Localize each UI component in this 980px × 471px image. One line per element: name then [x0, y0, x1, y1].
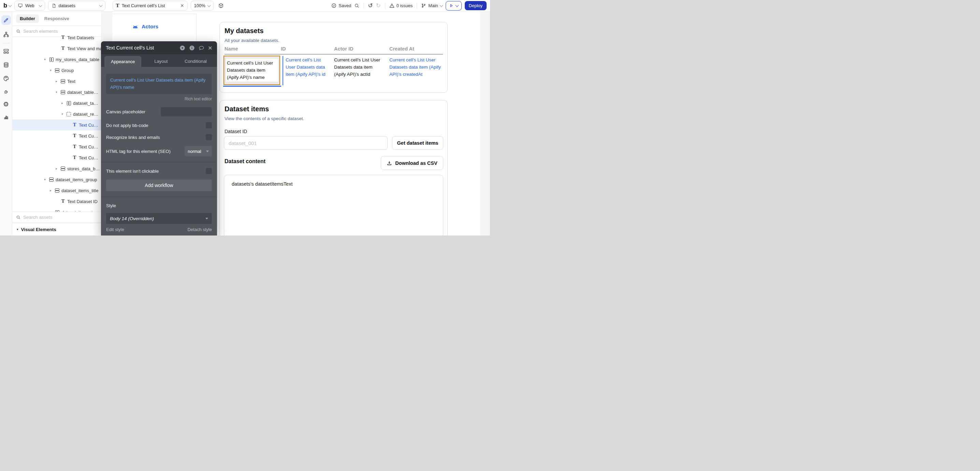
design-pencil-icon[interactable]: [2, 15, 11, 25]
component-cube-icon[interactable]: [218, 3, 224, 8]
issues-indicator[interactable]: 0 issues: [389, 3, 413, 8]
add-workflow-button[interactable]: Add workflow: [106, 180, 212, 191]
page-icon: [51, 3, 56, 8]
tree-item-dataset-re-[interactable]: dataset_re…: [12, 108, 101, 119]
tree-item-text-cu-[interactable]: Text Cu…: [12, 119, 101, 130]
undo-icon[interactable]: ↺: [368, 3, 372, 8]
element-tab[interactable]: T Text Current cell's List ✕: [113, 1, 188, 11]
search-assets-input[interactable]: Search assets: [12, 212, 101, 223]
tree-item-dataset-items-in-[interactable]: dataset_items_in…: [12, 207, 101, 212]
database-icon[interactable]: [3, 62, 9, 68]
dataset-id-placeholder: dataset_001: [229, 140, 257, 146]
table-cell-link[interactable]: Current cell's List User Datasets data i…: [389, 56, 444, 78]
tree-item-label: my_stores_data_table: [56, 57, 99, 62]
divider: [2, 43, 10, 43]
settings-gear-icon[interactable]: ⚙: [3, 101, 9, 108]
tree-item-dataset-ta-[interactable]: dataset_ta…: [12, 98, 101, 108]
tree-item-dataset-items-title[interactable]: dataset_items_title: [12, 185, 101, 196]
caret-expanded-icon[interactable]: [54, 91, 59, 94]
text-element-icon: [72, 123, 77, 128]
visual-elements-section[interactable]: ▾ Visual Elements: [12, 223, 101, 236]
caret-expanded-icon[interactable]: [43, 58, 47, 61]
style-dropdown[interactable]: Body 14 (Overridden): [106, 213, 212, 224]
app-logo-menu[interactable]: b: [3, 2, 11, 9]
group-element-icon: [49, 177, 54, 182]
caret-down-icon: ▾: [17, 228, 18, 231]
tab-builder[interactable]: Builder: [16, 14, 39, 23]
tree-item-label: Text Cu…: [79, 144, 98, 150]
edit-style-link[interactable]: Edit style: [106, 227, 124, 232]
zoom-select[interactable]: 100%: [191, 1, 213, 11]
page-select[interactable]: datasets: [48, 1, 105, 11]
tree-item-text-cu-[interactable]: Text Cu…: [12, 152, 101, 163]
content-expression-editor[interactable]: Current cell's List User Datasets data i…: [106, 74, 212, 94]
platform-select[interactable]: Web: [14, 1, 45, 11]
column-header-created-at: Created At: [389, 46, 414, 51]
tab-responsive[interactable]: Responsive: [45, 16, 69, 21]
preview-button[interactable]: [445, 1, 462, 11]
branch-label: Main: [428, 3, 438, 8]
caret-collapsed-icon[interactable]: [54, 80, 59, 83]
styles-palette-icon[interactable]: [3, 75, 9, 81]
rich-text-editor-link[interactable]: Rich text editor: [106, 97, 212, 101]
tree-item-text-view-and-mana-[interactable]: Text View and mana…: [12, 43, 101, 54]
caret-expanded-icon[interactable]: [43, 178, 47, 181]
plugins-plug-icon[interactable]: [3, 89, 9, 95]
html-tag-label: HTML tag for this element (SEO): [106, 149, 170, 154]
nav-item-label: Actors: [142, 24, 158, 30]
comment-icon[interactable]: [198, 45, 204, 51]
html-tag-dropdown[interactable]: normal: [185, 146, 212, 156]
dataset-id-input[interactable]: dataset_001: [224, 136, 388, 150]
dataset-content-box[interactable]: datasets's datasetItemsText: [224, 175, 443, 236]
table-cell-link[interactable]: Current cell's List User Datasets data i…: [286, 56, 329, 78]
tree-item-dataset-table-[interactable]: dataset_table…: [12, 87, 101, 98]
redo-icon[interactable]: ↻: [376, 3, 380, 8]
branch-select[interactable]: Main: [421, 3, 442, 8]
run-workflow-icon[interactable]: [179, 45, 185, 51]
tab-conditional[interactable]: Conditional: [185, 59, 207, 64]
tree-item-text-datasets[interactable]: Text Datasets: [12, 32, 101, 43]
table-cell-selected[interactable]: Current cell's List User Datasets data i…: [223, 56, 280, 85]
logs-chart-icon[interactable]: [3, 114, 9, 120]
tree-item-group[interactable]: Group: [12, 65, 101, 76]
get-dataset-items-button[interactable]: Get dataset items: [392, 136, 443, 150]
deploy-button[interactable]: Deploy: [465, 1, 487, 10]
inspector-header[interactable]: Text Current cell's List ✕: [101, 41, 217, 54]
tree-item-text[interactable]: Text: [12, 76, 101, 87]
recognize-links-checkbox[interactable]: [206, 134, 212, 140]
workflow-blocks-icon[interactable]: [3, 48, 9, 54]
detach-style-link[interactable]: Detach style: [187, 227, 212, 232]
search-icon[interactable]: [354, 3, 359, 8]
table-header-rule: [224, 54, 443, 55]
tree-item-text-dataset-id[interactable]: Text Dataset ID: [12, 196, 101, 207]
nav-item-actors[interactable]: Actors: [132, 24, 158, 30]
close-icon[interactable]: ✕: [180, 3, 184, 8]
sitemap-icon[interactable]: [3, 32, 9, 38]
check-circle-icon: [331, 3, 336, 8]
caret-collapsed-icon[interactable]: [48, 189, 53, 192]
text-element-icon: T: [116, 3, 119, 8]
saved-label: Saved: [339, 3, 351, 8]
tree-item-dataset-items-group[interactable]: dataset_items_group: [12, 174, 101, 185]
tree-item-text-cu-[interactable]: Text Cu…: [12, 130, 101, 141]
tab-appearance[interactable]: Appearance: [104, 56, 141, 67]
recognize-links-label: Recognize links and emails: [106, 135, 160, 140]
close-icon[interactable]: ✕: [208, 45, 212, 51]
column-header-id: ID: [281, 46, 286, 51]
group-element-icon: [60, 90, 65, 95]
caret-collapsed-icon[interactable]: [60, 101, 65, 105]
tree-item-text-cu-[interactable]: Text Cu…: [12, 141, 101, 152]
bb-code-checkbox[interactable]: [206, 122, 212, 128]
not-clickable-checkbox[interactable]: [206, 168, 212, 174]
tab-layout[interactable]: Layout: [154, 59, 167, 64]
caret-expanded-icon[interactable]: [48, 68, 53, 72]
caret-collapsed-icon[interactable]: [54, 167, 59, 170]
tree-item-my-stores-data-table[interactable]: my_stores_data_table: [12, 54, 101, 65]
group-element-icon: [60, 79, 65, 84]
canvas-placeholder-input[interactable]: [161, 107, 212, 116]
caret-expanded-icon[interactable]: [60, 112, 65, 116]
chevron-down-icon: [439, 3, 443, 7]
tree-item-stores-data-b-[interactable]: stores_data_b…: [12, 163, 101, 174]
download-csv-button[interactable]: Download as CSV: [381, 156, 443, 170]
info-icon[interactable]: [189, 45, 195, 51]
